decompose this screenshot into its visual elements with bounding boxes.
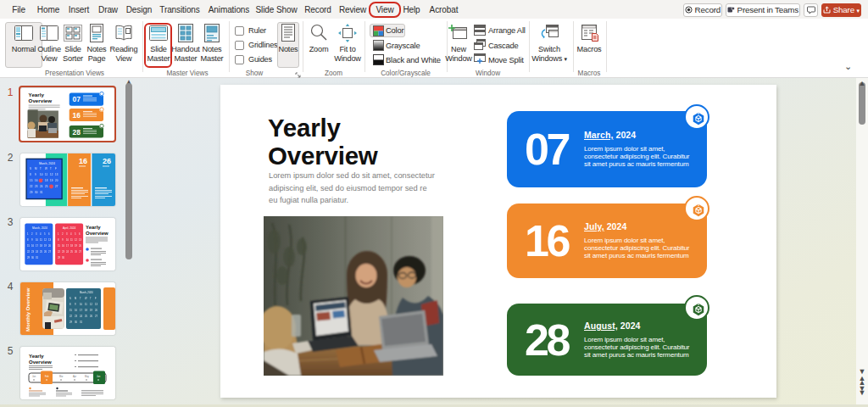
svg-text:13: 13 <box>55 173 58 176</box>
svg-text:16: 16 <box>31 244 34 248</box>
svg-text:17: 17 <box>66 244 69 248</box>
svg-text:30: 30 <box>35 191 38 194</box>
svg-text:18: 18 <box>70 244 73 248</box>
svg-text:23: 23 <box>62 250 64 254</box>
svg-text:13: 13 <box>48 238 51 242</box>
svg-text:March, 2024: March, 2024 <box>80 291 93 294</box>
svg-text:15: 15 <box>27 244 30 248</box>
svg-text:20: 20 <box>95 309 97 312</box>
svg-text:26: 26 <box>103 157 111 165</box>
svg-text:F: F <box>55 167 57 170</box>
svg-text:Mar: Mar <box>59 375 64 378</box>
svg-text:15: 15 <box>30 179 33 182</box>
svg-text:24: 24 <box>80 315 82 318</box>
svg-text:18: 18 <box>85 309 87 312</box>
svg-text:Overview: Overview <box>86 231 108 236</box>
svg-text:22: 22 <box>58 250 60 254</box>
svg-text:19: 19 <box>44 244 47 248</box>
svg-text:23: 23 <box>75 315 77 318</box>
svg-text:W: W <box>45 167 47 170</box>
svg-text:10: 10 <box>36 238 38 242</box>
svg-text:31: 31 <box>80 321 82 324</box>
svg-text:20: 20 <box>79 244 81 248</box>
svg-text:16: 16 <box>79 157 87 165</box>
svg-text:10: 10 <box>40 173 43 176</box>
svg-text:April, 2024: April, 2024 <box>63 226 75 230</box>
svg-text:May: May <box>85 375 90 378</box>
svg-text:March, 2024: March, 2024 <box>32 226 47 230</box>
svg-text:29: 29 <box>58 256 60 259</box>
svg-text:31: 31 <box>36 256 38 259</box>
svg-text:25: 25 <box>85 315 87 318</box>
svg-text:10: 10 <box>66 238 69 242</box>
svg-text:12: 12 <box>50 173 53 176</box>
svg-text:22: 22 <box>70 315 72 318</box>
svg-text:19: 19 <box>50 179 53 182</box>
svg-text:29: 29 <box>70 321 72 324</box>
svg-text:24: 24 <box>36 250 38 254</box>
svg-text:30: 30 <box>62 256 64 259</box>
svg-text:27: 27 <box>95 315 97 318</box>
svg-text:Yearly: Yearly <box>86 225 101 230</box>
svg-text:18: 18 <box>45 179 48 182</box>
svg-text:25: 25 <box>70 250 73 254</box>
svg-text:18: 18 <box>40 244 42 248</box>
svg-text:17: 17 <box>36 244 38 248</box>
svg-text:22: 22 <box>30 185 33 188</box>
svg-text:March, 2024: March, 2024 <box>39 162 55 165</box>
svg-text:13: 13 <box>79 238 81 242</box>
svg-text:30: 30 <box>75 321 77 324</box>
svg-text:12: 12 <box>44 238 47 242</box>
svg-text:26: 26 <box>44 250 47 254</box>
svg-text:Feb: Feb <box>45 375 49 378</box>
svg-text:11: 11 <box>45 173 47 176</box>
svg-text:13: 13 <box>95 303 97 306</box>
svg-text:S: S <box>30 167 31 170</box>
svg-text:26: 26 <box>90 315 92 318</box>
svg-text:23: 23 <box>31 250 34 254</box>
svg-text:16: 16 <box>62 244 64 248</box>
svg-text:19: 19 <box>90 309 92 312</box>
svg-text:16: 16 <box>75 309 77 312</box>
svg-text:27: 27 <box>48 250 51 254</box>
svg-text:Jun: Jun <box>97 375 101 378</box>
svg-text:15: 15 <box>58 244 60 248</box>
svg-text:26: 26 <box>75 250 77 254</box>
svg-text:15: 15 <box>70 309 72 312</box>
svg-text:29: 29 <box>30 191 33 194</box>
svg-text:23: 23 <box>35 185 38 188</box>
svg-text:19: 19 <box>75 244 77 248</box>
svg-text:31: 31 <box>40 191 43 194</box>
svg-text:Apr: Apr <box>73 375 76 378</box>
svg-text:20: 20 <box>55 179 58 182</box>
svg-text:25: 25 <box>40 250 42 254</box>
svg-text:Monthly Overview: Monthly Overview <box>25 287 31 332</box>
svg-text:Overview: Overview <box>29 360 52 365</box>
svg-text:10: 10 <box>80 303 82 306</box>
svg-text:16: 16 <box>35 179 38 182</box>
svg-text:25: 25 <box>45 185 48 188</box>
svg-text:29: 29 <box>27 256 30 259</box>
svg-text:24: 24 <box>66 250 69 254</box>
svg-text:Jan: Jan <box>32 375 36 378</box>
svg-text:12: 12 <box>90 303 92 306</box>
svg-text:20: 20 <box>48 244 51 248</box>
svg-text:27: 27 <box>79 250 81 254</box>
svg-text:27: 27 <box>55 185 58 188</box>
svg-text:17: 17 <box>80 309 82 312</box>
svg-text:Yearly: Yearly <box>29 354 44 359</box>
svg-text:S: S <box>70 297 71 300</box>
svg-text:24: 24 <box>40 185 43 188</box>
svg-text:T: T <box>40 167 42 170</box>
svg-text:30: 30 <box>31 256 34 259</box>
svg-text:12: 12 <box>75 238 77 242</box>
svg-text:22: 22 <box>27 250 30 254</box>
svg-text:T: T <box>50 167 52 170</box>
